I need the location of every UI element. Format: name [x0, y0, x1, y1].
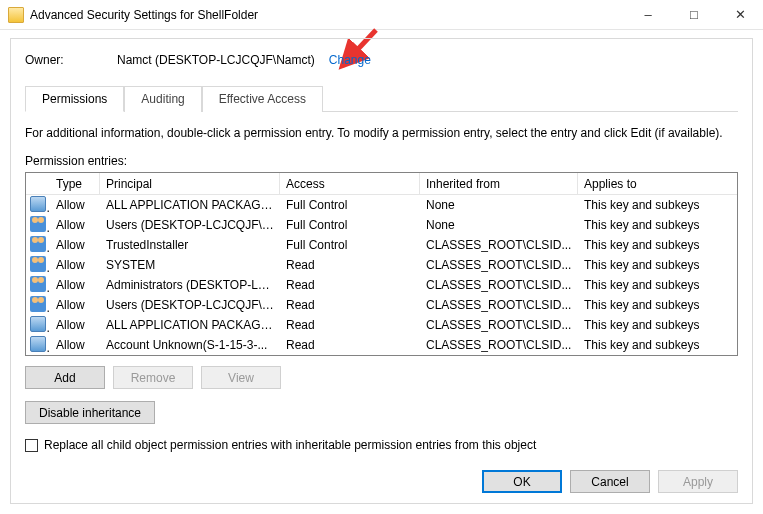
- window-controls: – □ ✕: [625, 0, 763, 29]
- titlebar: Advanced Security Settings for ShellFold…: [0, 0, 763, 30]
- cell-type: Allow: [50, 198, 100, 212]
- cell-type: Allow: [50, 278, 100, 292]
- cell-principal: Account Unknown(S-1-15-3-...: [100, 338, 280, 352]
- disable-inheritance-button[interactable]: Disable inheritance: [25, 401, 155, 424]
- cell-inherited: CLASSES_ROOT\CLSID...: [420, 338, 578, 352]
- cell-inherited: CLASSES_ROOT\CLSID...: [420, 318, 578, 332]
- column-principal[interactable]: Principal: [100, 173, 280, 194]
- cell-inherited: CLASSES_ROOT\CLSID...: [420, 278, 578, 292]
- cell-access: Full Control: [280, 218, 420, 232]
- cell-principal: ALL APPLICATION PACKAGES: [100, 318, 280, 332]
- cell-principal: Users (DESKTOP-LCJCQJF\Use...: [100, 298, 280, 312]
- column-inherited[interactable]: Inherited from: [420, 173, 578, 194]
- table-row[interactable]: AllowSYSTEMReadCLASSES_ROOT\CLSID...This…: [26, 255, 737, 275]
- principal-icon: [30, 296, 46, 312]
- replace-children-label: Replace all child object permission entr…: [44, 438, 536, 452]
- table-row[interactable]: AllowTrustedInstallerFull ControlCLASSES…: [26, 235, 737, 255]
- table-body: AllowALL APPLICATION PACKAGESFull Contro…: [26, 195, 737, 355]
- cell-applies: This key and subkeys: [578, 198, 737, 212]
- column-applies[interactable]: Applies to: [578, 173, 737, 194]
- cell-principal: Administrators (DESKTOP-LCJ...: [100, 278, 280, 292]
- change-owner-link[interactable]: Change: [329, 53, 371, 67]
- view-button: View: [201, 366, 281, 389]
- cell-type: Allow: [50, 238, 100, 252]
- cancel-button[interactable]: Cancel: [570, 470, 650, 493]
- tab-bar: Permissions Auditing Effective Access: [25, 85, 738, 112]
- close-button[interactable]: ✕: [717, 0, 763, 29]
- cell-principal: Users (DESKTOP-LCJCQJF\Use...: [100, 218, 280, 232]
- principal-icon: [30, 256, 46, 272]
- table-row[interactable]: AllowALL APPLICATION PACKAGESFull Contro…: [26, 195, 737, 215]
- cell-access: Read: [280, 338, 420, 352]
- cell-inherited: None: [420, 218, 578, 232]
- ok-button[interactable]: OK: [482, 470, 562, 493]
- permission-table: Type Principal Access Inherited from App…: [25, 172, 738, 356]
- cell-access: Full Control: [280, 238, 420, 252]
- cell-applies: This key and subkeys: [578, 258, 737, 272]
- table-row[interactable]: AllowUsers (DESKTOP-LCJCQJF\Use...ReadCL…: [26, 295, 737, 315]
- cell-applies: This key and subkeys: [578, 218, 737, 232]
- cell-inherited: CLASSES_ROOT\CLSID...: [420, 298, 578, 312]
- column-access[interactable]: Access: [280, 173, 420, 194]
- cell-inherited: None: [420, 198, 578, 212]
- apply-button: Apply: [658, 470, 738, 493]
- maximize-button[interactable]: □: [671, 0, 717, 29]
- cell-applies: This key and subkeys: [578, 318, 737, 332]
- minimize-button[interactable]: –: [625, 0, 671, 29]
- cell-applies: This key and subkeys: [578, 238, 737, 252]
- permission-entries-label: Permission entries:: [25, 154, 738, 168]
- cell-applies: This key and subkeys: [578, 278, 737, 292]
- column-type[interactable]: Type: [50, 173, 100, 194]
- tab-auditing[interactable]: Auditing: [124, 86, 201, 112]
- owner-row: Owner: Namct (DESKTOP-LCJCQJF\Namct) Cha…: [25, 53, 738, 67]
- column-icon[interactable]: [26, 173, 50, 194]
- content-pane: Owner: Namct (DESKTOP-LCJCQJF\Namct) Cha…: [10, 38, 753, 504]
- replace-children-row[interactable]: Replace all child object permission entr…: [25, 438, 738, 452]
- cell-access: Read: [280, 278, 420, 292]
- principal-icon: [30, 336, 46, 352]
- cell-applies: This key and subkeys: [578, 298, 737, 312]
- cell-applies: This key and subkeys: [578, 338, 737, 352]
- cell-type: Allow: [50, 218, 100, 232]
- owner-label: Owner:: [25, 53, 117, 67]
- table-row[interactable]: AllowAdministrators (DESKTOP-LCJ...ReadC…: [26, 275, 737, 295]
- principal-icon: [30, 216, 46, 232]
- table-row[interactable]: AllowAccount Unknown(S-1-15-3-...ReadCLA…: [26, 335, 737, 355]
- cell-principal: SYSTEM: [100, 258, 280, 272]
- folder-icon: [8, 7, 24, 23]
- replace-children-checkbox[interactable]: [25, 439, 38, 452]
- info-text: For additional information, double-click…: [25, 126, 738, 140]
- cell-principal: ALL APPLICATION PACKAGES: [100, 198, 280, 212]
- cell-access: Read: [280, 318, 420, 332]
- principal-icon: [30, 236, 46, 252]
- cell-access: Full Control: [280, 198, 420, 212]
- principal-icon: [30, 276, 46, 292]
- table-row[interactable]: AllowUsers (DESKTOP-LCJCQJF\Use...Full C…: [26, 215, 737, 235]
- window-title: Advanced Security Settings for ShellFold…: [30, 8, 258, 22]
- table-row[interactable]: AllowALL APPLICATION PACKAGESReadCLASSES…: [26, 315, 737, 335]
- cell-type: Allow: [50, 338, 100, 352]
- principal-icon: [30, 196, 46, 212]
- tab-effective-access[interactable]: Effective Access: [202, 86, 323, 112]
- cell-inherited: CLASSES_ROOT\CLSID...: [420, 238, 578, 252]
- principal-icon: [30, 316, 46, 332]
- add-button[interactable]: Add: [25, 366, 105, 389]
- cell-access: Read: [280, 298, 420, 312]
- dialog-buttons: OK Cancel Apply: [482, 470, 738, 493]
- cell-principal: TrustedInstaller: [100, 238, 280, 252]
- owner-value: Namct (DESKTOP-LCJCQJF\Namct): [117, 53, 315, 67]
- table-header: Type Principal Access Inherited from App…: [26, 173, 737, 195]
- cell-type: Allow: [50, 298, 100, 312]
- cell-type: Allow: [50, 258, 100, 272]
- cell-access: Read: [280, 258, 420, 272]
- tab-permissions[interactable]: Permissions: [25, 86, 124, 112]
- cell-type: Allow: [50, 318, 100, 332]
- remove-button: Remove: [113, 366, 193, 389]
- cell-inherited: CLASSES_ROOT\CLSID...: [420, 258, 578, 272]
